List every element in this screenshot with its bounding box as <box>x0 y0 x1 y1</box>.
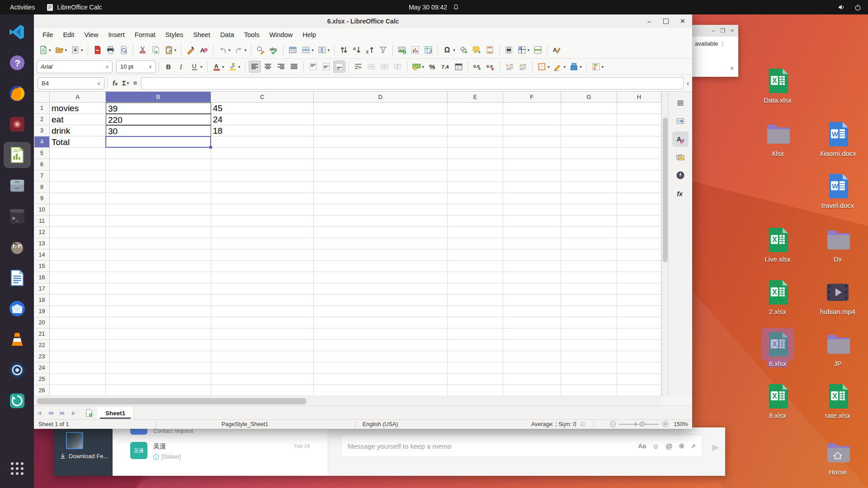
cell-cursor[interactable] <box>105 136 211 148</box>
desktop-icon-6.xlsx[interactable]: X6.xlsx <box>750 331 805 368</box>
kebab-menu-icon[interactable]: ⋮ <box>720 40 726 47</box>
cell-H4[interactable] <box>617 136 661 148</box>
cell-C20[interactable] <box>211 317 314 328</box>
cell-A10[interactable] <box>50 204 106 216</box>
undo-button[interactable]: ▾ <box>217 44 232 56</box>
open-button[interactable]: ▾ <box>53 44 69 56</box>
cell-G20[interactable] <box>561 317 617 328</box>
insert-column-button[interactable]: ▾ <box>316 44 331 56</box>
cell-C25[interactable] <box>211 374 314 385</box>
cell-G15[interactable] <box>561 261 617 272</box>
cell-E17[interactable] <box>448 283 503 295</box>
row-header-8[interactable]: 8 <box>34 182 50 193</box>
expand-icon[interactable]: ⇗ <box>691 443 696 450</box>
row-header-23[interactable]: 23 <box>34 351 50 362</box>
pivot-table-button[interactable] <box>422 44 434 56</box>
row-header-25[interactable]: 25 <box>34 374 50 385</box>
cell-A25[interactable] <box>50 374 106 385</box>
cell-E23[interactable] <box>448 351 503 362</box>
cell-A15[interactable] <box>50 261 106 272</box>
cell-G17[interactable] <box>561 283 617 295</box>
copy-button[interactable] <box>150 44 162 56</box>
close-button[interactable]: × <box>679 17 687 26</box>
cell-A17[interactable] <box>50 283 106 295</box>
dock-gimp[interactable] <box>4 234 31 260</box>
percent-button[interactable]: % <box>426 61 439 73</box>
cell-A4[interactable]: Total <box>50 136 106 148</box>
cell-H24[interactable] <box>617 362 661 374</box>
dropdown-arrow-icon[interactable]: ▾ <box>602 65 604 69</box>
menu-sheet[interactable]: Sheet <box>188 29 215 40</box>
cell-reference-box[interactable]: B4∨ <box>38 77 104 89</box>
first-sheet-button[interactable] <box>36 410 43 417</box>
cell-F22[interactable] <box>503 340 561 351</box>
cell-F20[interactable] <box>503 317 561 328</box>
cell-B23[interactable] <box>106 351 211 362</box>
menu-window[interactable]: Window <box>264 29 298 40</box>
horizontal-scrollbar-thumb[interactable] <box>37 398 307 404</box>
cell-B6[interactable] <box>106 159 211 170</box>
dropdown-arrow-icon[interactable]: ▾ <box>422 65 425 69</box>
cell-F4[interactable] <box>503 136 561 148</box>
cell-A21[interactable] <box>50 328 106 340</box>
chat-message-input[interactable]: Message yourself to keep a memo Aa ☺ @ ⊕… <box>341 435 703 457</box>
cell-B13[interactable] <box>106 238 211 249</box>
dropdown-arrow-icon[interactable]: ▾ <box>528 48 530 52</box>
cell-B11[interactable] <box>106 216 211 227</box>
cell-E16[interactable] <box>448 272 503 283</box>
send-icon[interactable]: ▶ <box>712 442 719 452</box>
cell-E24[interactable] <box>448 362 503 374</box>
cell-D20[interactable] <box>314 317 448 328</box>
cell-H20[interactable] <box>617 317 661 328</box>
row-header-21[interactable]: 21 <box>34 328 50 340</box>
cell-B24[interactable] <box>106 362 211 374</box>
hyperlink-button[interactable] <box>458 44 470 56</box>
fill-handle[interactable] <box>209 146 212 149</box>
cell-G4[interactable] <box>561 136 617 148</box>
cell-H25[interactable] <box>617 374 661 385</box>
cell-G1[interactable] <box>561 103 617 114</box>
desktop-icon-Home[interactable]: Home <box>811 440 865 476</box>
date-button[interactable] <box>453 61 465 73</box>
row-header-3[interactable]: 3 <box>34 125 50 136</box>
cell-E26[interactable] <box>448 385 503 396</box>
bold-button[interactable]: B <box>162 61 175 73</box>
cell-C16[interactable] <box>211 272 314 283</box>
row-header-14[interactable]: 14 <box>34 249 50 261</box>
menu-edit[interactable]: Edit <box>58 29 79 40</box>
cell-B25[interactable] <box>106 374 211 385</box>
increase-indent-button[interactable] <box>504 61 516 73</box>
cell-A6[interactable] <box>50 159 106 170</box>
select-all-corner[interactable] <box>34 92 50 103</box>
emoji-icon[interactable]: ☺ <box>652 442 659 450</box>
cell-E20[interactable] <box>448 317 503 328</box>
insert-row-button[interactable]: ▾ <box>300 44 315 56</box>
cell-B9[interactable] <box>106 193 211 204</box>
row-header-2[interactable]: 2 <box>34 114 50 125</box>
cell-A12[interactable] <box>50 227 106 238</box>
desktop-icon-Xlsx[interactable]: Xlsx <box>750 121 805 158</box>
decrease-indent-button[interactable] <box>517 61 529 73</box>
cell-H1[interactable] <box>617 103 661 114</box>
cell-G10[interactable] <box>561 204 617 216</box>
align-left-button[interactable] <box>249 61 261 73</box>
cell-B2[interactable]: 220 <box>106 114 211 125</box>
cell-C22[interactable] <box>211 340 314 351</box>
align-center-button[interactable] <box>262 61 274 73</box>
cell-H14[interactable] <box>617 249 661 261</box>
last-sheet-button[interactable] <box>70 410 77 417</box>
print-preview-button[interactable] <box>118 44 130 56</box>
row-header-6[interactable]: 6 <box>34 159 50 170</box>
language[interactable]: English (USA) <box>363 420 398 429</box>
cell-H21[interactable] <box>617 328 661 340</box>
formula-input-line[interactable] <box>141 77 683 89</box>
cell-F19[interactable] <box>503 306 561 317</box>
cell-H5[interactable] <box>617 148 661 159</box>
desktop-icon-hubian.mp4[interactable]: hubian.mp4 <box>811 279 865 316</box>
menu-file[interactable]: File <box>38 29 58 40</box>
show-applications-button[interactable] <box>4 455 31 482</box>
cell-E12[interactable] <box>448 227 503 238</box>
column-header-B[interactable]: B <box>106 92 211 103</box>
sidebar-tab-sidebar-settings[interactable] <box>672 95 689 111</box>
row-header-15[interactable]: 15 <box>34 261 50 272</box>
